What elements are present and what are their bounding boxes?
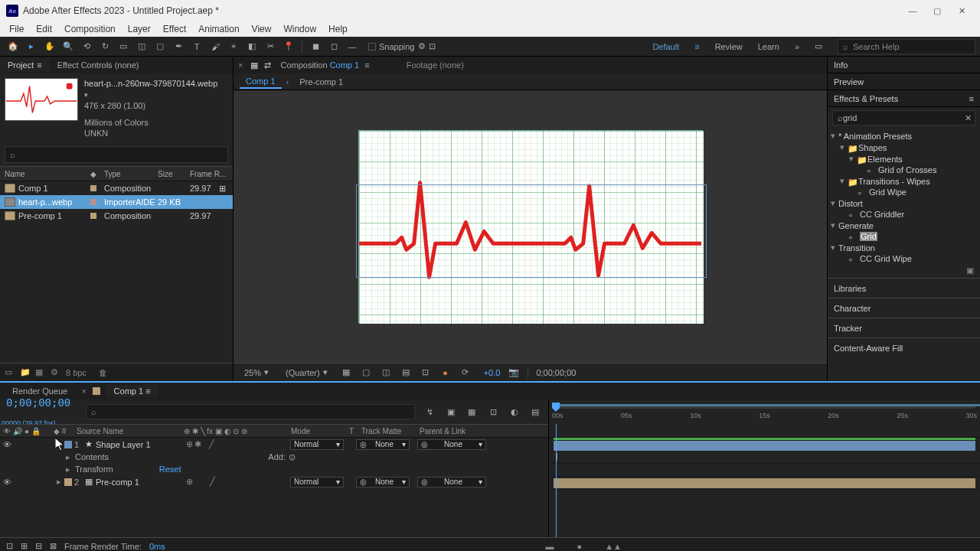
- menu-file[interactable]: File: [3, 24, 30, 34]
- snapping-magnet-icon[interactable]: ⊡: [429, 41, 436, 51]
- layer-contents-group[interactable]: ▸Contents Add:⊙: [0, 451, 548, 463]
- workspace-overflow-icon[interactable]: »: [795, 42, 799, 51]
- zoom-dropdown[interactable]: 25% ▾: [240, 367, 273, 377]
- comp-lock-icon[interactable]: ▦: [247, 60, 261, 70]
- project-settings-icon[interactable]: ⚙: [51, 367, 61, 377]
- interpret-footage-icon[interactable]: ▭: [5, 367, 15, 377]
- timeline-search-input[interactable]: ⌕: [86, 404, 415, 419]
- stroke-width[interactable]: —: [344, 38, 361, 55]
- zoom-tool[interactable]: 🔍: [60, 38, 77, 55]
- color-mgmt-icon[interactable]: ●: [439, 368, 452, 377]
- pen-tool[interactable]: ✒: [170, 38, 187, 55]
- bpc-toggle[interactable]: 8 bpc: [66, 368, 87, 377]
- timeline-comp-tab[interactable]: Comp 1 ≡: [106, 385, 158, 397]
- layer-pre-comp-1[interactable]: 👁 ▸ 2 ▦Pre-comp 1 ⊕╱ Normal▾ ◎None▾ ◎Non…: [0, 475, 548, 488]
- menu-edit[interactable]: Edit: [30, 24, 58, 34]
- tree-transitions-wipes[interactable]: ▾📁Transitions - Wipes: [831, 175, 977, 187]
- roto-tool[interactable]: ✂: [262, 38, 279, 55]
- info-panel-header[interactable]: Info: [828, 57, 980, 73]
- tree-cc-griddler[interactable]: ▫CC Griddler: [831, 209, 977, 220]
- effects-presets-header[interactable]: Effects & Presets≡: [828, 90, 980, 107]
- channel-icon[interactable]: ⊡: [420, 367, 432, 377]
- track-row-contents[interactable]: [549, 451, 980, 464]
- col-name[interactable]: Name: [0, 170, 90, 178]
- col-framerate[interactable]: Frame R...: [190, 170, 233, 178]
- composition-tab[interactable]: Composition Comp 1 ≡: [274, 58, 375, 72]
- menu-composition[interactable]: Composition: [58, 24, 122, 34]
- toggle-transparency-icon[interactable]: ▦: [340, 367, 352, 377]
- tree-elements[interactable]: ▾📁Elements: [831, 153, 977, 165]
- type-tool[interactable]: T: [188, 38, 205, 55]
- current-time-indicator[interactable]: [552, 403, 561, 421]
- close-tab-icon[interactable]: ×: [81, 386, 86, 396]
- comp-mini-flowchart-icon[interactable]: ↯: [423, 407, 436, 417]
- workspace-switcher-icon[interactable]: ▭: [815, 41, 822, 51]
- frame-blend-icon[interactable]: ⊡: [486, 407, 500, 417]
- tree-grid-of-crosses[interactable]: ▫Grid of Crosses: [831, 165, 977, 175]
- snapping-options-icon[interactable]: ⚙: [418, 41, 426, 51]
- timeline-zoom-slider[interactable]: ▬●▲▲: [546, 542, 622, 551]
- selection-tool[interactable]: ▸: [23, 38, 40, 55]
- hand-tool[interactable]: ✋: [41, 38, 58, 55]
- snapshot-icon[interactable]: 📷: [508, 367, 520, 377]
- effects-search-input[interactable]: ⌕ grid ✕: [832, 110, 975, 126]
- layer-twisty-icon[interactable]: ▸: [54, 477, 64, 487]
- col-switches[interactable]: ⊕ ✱ ╲ fx ▣ ◐ ⊙ ⊚: [184, 427, 291, 435]
- stroke-swatch[interactable]: ◻: [325, 38, 342, 55]
- tree-distort[interactable]: ▾Distort: [831, 197, 977, 209]
- workspace-learn[interactable]: Learn: [758, 42, 779, 51]
- pan-behind-tool[interactable]: ◫: [133, 38, 150, 55]
- tree-grid-effect[interactable]: ▫Grid: [831, 231, 977, 242]
- label-col-icon[interactable]: ◆: [54, 427, 60, 435]
- exposure-reset-icon[interactable]: ⟳: [459, 367, 472, 377]
- tree-transition[interactable]: ▾Transition: [831, 242, 977, 253]
- layer-transform-group[interactable]: ▸Transform Reset: [0, 463, 548, 475]
- workspace-default[interactable]: Default: [652, 42, 679, 51]
- resolution-dropdown[interactable]: (Quarter) ▾: [281, 367, 332, 377]
- panel-menu-icon[interactable]: ≡: [364, 60, 369, 70]
- tree-animation-presets[interactable]: ▾* Animation Presets: [831, 130, 977, 142]
- toggle-mask-icon[interactable]: ▢: [360, 367, 372, 377]
- tree-cc-grid-wipe[interactable]: ▫CC Grid Wipe: [831, 253, 977, 264]
- layer-bar-shape[interactable]: [554, 441, 975, 451]
- menu-help[interactable]: Help: [322, 24, 354, 34]
- parent-link-dropdown[interactable]: ◎None▾: [417, 439, 486, 450]
- menu-animation[interactable]: Animation: [192, 24, 245, 34]
- track-row-layer2[interactable]: [549, 477, 980, 490]
- col-parent-link[interactable]: Parent & Link: [420, 427, 496, 435]
- visibility-toggle[interactable]: 👁: [3, 440, 11, 449]
- timeline-track-area[interactable]: 00s 05s 10s 15s 20s 25s 30s: [548, 399, 980, 537]
- shy-icon[interactable]: ▦: [466, 407, 479, 417]
- new-folder-icon[interactable]: 📁: [20, 367, 31, 377]
- col-type[interactable]: Type: [104, 170, 158, 178]
- layer-color-swatch[interactable]: [64, 478, 72, 486]
- effect-controls-tab[interactable]: Effect Controls (none): [50, 58, 147, 72]
- blend-mode-dropdown[interactable]: Normal▾: [290, 439, 344, 450]
- libraries-panel-header[interactable]: Libraries: [828, 278, 980, 298]
- add-contents-button[interactable]: Add:⊙: [268, 452, 296, 462]
- project-item-comp1[interactable]: Comp 1 Composition 29.97 ⊞: [0, 181, 233, 195]
- track-row-transform[interactable]: [549, 464, 980, 477]
- comp-flow-icon[interactable]: ⇄: [261, 60, 274, 70]
- toggle-render-time-icon[interactable]: ⊠: [50, 541, 57, 551]
- toggle-in-out-icon[interactable]: ⊟: [35, 541, 42, 551]
- comp-canvas[interactable]: [358, 130, 703, 323]
- project-search-input[interactable]: ⌕: [5, 146, 228, 163]
- tracker-panel-header[interactable]: Tracker: [828, 318, 980, 337]
- col-mode[interactable]: Mode: [291, 427, 349, 435]
- menu-view[interactable]: View: [246, 24, 278, 34]
- clear-search-icon[interactable]: ✕: [965, 113, 972, 123]
- new-bin-icon[interactable]: ▣: [966, 266, 974, 278]
- panel-menu-icon[interactable]: ≡: [37, 60, 41, 70]
- visibility-toggle[interactable]: 👁: [3, 478, 11, 487]
- cti-line[interactable]: [556, 424, 557, 537]
- eraser-tool[interactable]: ◧: [243, 38, 260, 55]
- layer-bar-precomp[interactable]: [554, 478, 975, 488]
- col-label[interactable]: ◆: [90, 170, 104, 178]
- breadcrumb-comp1[interactable]: Comp 1: [240, 75, 282, 89]
- timeline-timecode[interactable]: 0;00;00;00: [6, 396, 70, 409]
- composition-viewer[interactable]: [234, 90, 827, 363]
- panel-menu-icon[interactable]: ≡: [969, 94, 974, 103]
- col-source-name[interactable]: Source Name: [77, 427, 184, 435]
- toggle-switches-icon[interactable]: ⊡: [6, 541, 13, 551]
